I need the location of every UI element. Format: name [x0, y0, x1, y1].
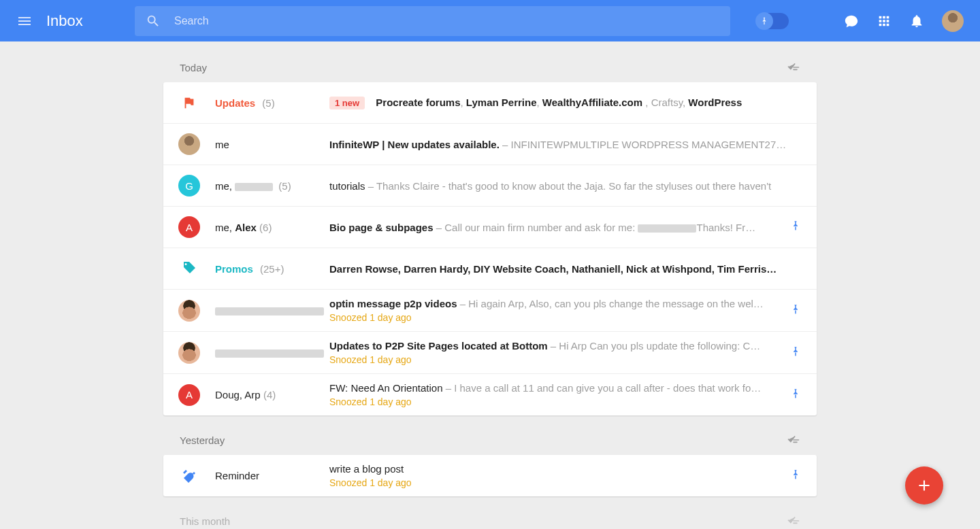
email-row[interactable]: A Doug, Arp (4) FW: Need An Orientation … — [163, 374, 817, 415]
sender: me — [200, 139, 329, 150]
pin-icon[interactable] — [785, 345, 802, 360]
bundle-sources: Darren Rowse, Darren Hardy, DIY Website … — [329, 263, 802, 275]
snooze-label: Snoozed 1 day ago — [329, 396, 785, 407]
pin-icon[interactable] — [785, 303, 802, 318]
snooze-label: Snoozed 1 day ago — [329, 477, 785, 488]
email-content: write a blog post Snoozed 1 day ago — [329, 463, 785, 488]
section-header-yesterday: Yesterday — [163, 415, 817, 455]
flag-icon — [178, 92, 200, 114]
main-column: Today Updates (5) 1 new Procreate forums… — [163, 41, 817, 529]
search-input[interactable] — [174, 15, 719, 27]
sender: Reminder — [200, 470, 329, 481]
section-header-today: Today — [163, 56, 817, 82]
bundle-sources: 1 new Procreate forums, Lyman Perrine, W… — [329, 97, 802, 109]
reminder-row[interactable]: Reminder write a blog post Snoozed 1 day… — [163, 455, 817, 496]
pin-icon[interactable] — [785, 388, 802, 403]
app-title: Inbox — [46, 12, 121, 30]
app-header: Inbox — [0, 0, 980, 41]
sender: me, Alex (6) — [200, 222, 329, 233]
sender-avatar: A — [178, 384, 200, 406]
chat-icon[interactable] — [844, 14, 859, 29]
sender — [200, 347, 329, 358]
sender-avatar — [178, 133, 200, 155]
section-label: Today — [180, 62, 207, 73]
section-header-this-month: This month — [163, 496, 817, 529]
email-content: InfiniteWP | New updates available. – IN… — [329, 139, 802, 150]
bundle-title: Updates (5) — [200, 97, 329, 109]
snooze-label: Snoozed 1 day ago — [329, 312, 785, 323]
section-label: This month — [180, 515, 230, 527]
reminder-icon — [178, 465, 200, 487]
bundle-promos[interactable]: Promos (25+) Darren Rowse, Darren Hardy,… — [163, 248, 817, 290]
email-row[interactable]: optin message p2p videos – Hi again Arp,… — [163, 290, 817, 332]
sender: Doug, Arp (4) — [200, 389, 329, 400]
search-box[interactable] — [135, 6, 730, 36]
email-content: optin message p2p videos – Hi again Arp,… — [329, 298, 785, 323]
search-icon — [146, 14, 161, 29]
compose-fab[interactable] — [905, 466, 943, 505]
notifications-icon[interactable] — [909, 14, 924, 29]
email-row[interactable]: Updates to P2P Site Pages located at Bot… — [163, 332, 817, 374]
plus-icon — [915, 477, 933, 494]
pinned-toggle[interactable] — [756, 13, 789, 29]
pin-icon — [755, 12, 773, 30]
sender: me, (5) — [200, 180, 329, 192]
pin-icon[interactable] — [785, 220, 802, 235]
sender — [200, 305, 329, 316]
email-content: FW: Need An Orientation – I have a call … — [329, 382, 785, 407]
sender-avatar — [178, 300, 200, 322]
sweep-icon[interactable] — [787, 61, 800, 74]
menu-icon[interactable] — [16, 13, 33, 29]
email-content: Bio page & subpages – Call our main firm… — [329, 222, 785, 233]
sender-avatar — [178, 342, 200, 364]
pin-icon[interactable] — [785, 468, 802, 483]
sweep-icon[interactable] — [787, 433, 800, 447]
bundle-title: Promos (25+) — [200, 263, 329, 275]
account-avatar[interactable] — [942, 10, 964, 32]
email-row[interactable]: me InfiniteWP | New updates available. –… — [163, 124, 817, 165]
apps-icon[interactable] — [877, 14, 892, 29]
sender-avatar: G — [178, 175, 200, 197]
header-actions — [844, 10, 964, 32]
tag-icon — [178, 258, 200, 279]
email-row[interactable]: G me, (5) tutorials – Thanks Claire - th… — [163, 165, 817, 207]
email-content: tutorials – Thanks Claire - that's good … — [329, 180, 802, 192]
section-label: Yesterday — [180, 434, 225, 446]
yesterday-list: Reminder write a blog post Snoozed 1 day… — [163, 455, 817, 496]
bundle-updates[interactable]: Updates (5) 1 new Procreate forums, Lyma… — [163, 82, 817, 124]
snooze-label: Snoozed 1 day ago — [329, 354, 785, 365]
email-row[interactable]: A me, Alex (6) Bio page & subpages – Cal… — [163, 207, 817, 248]
today-list: Updates (5) 1 new Procreate forums, Lyma… — [163, 82, 817, 415]
sender-avatar: A — [178, 216, 200, 238]
email-content: Updates to P2P Site Pages located at Bot… — [329, 340, 785, 365]
sweep-icon[interactable] — [787, 514, 800, 528]
